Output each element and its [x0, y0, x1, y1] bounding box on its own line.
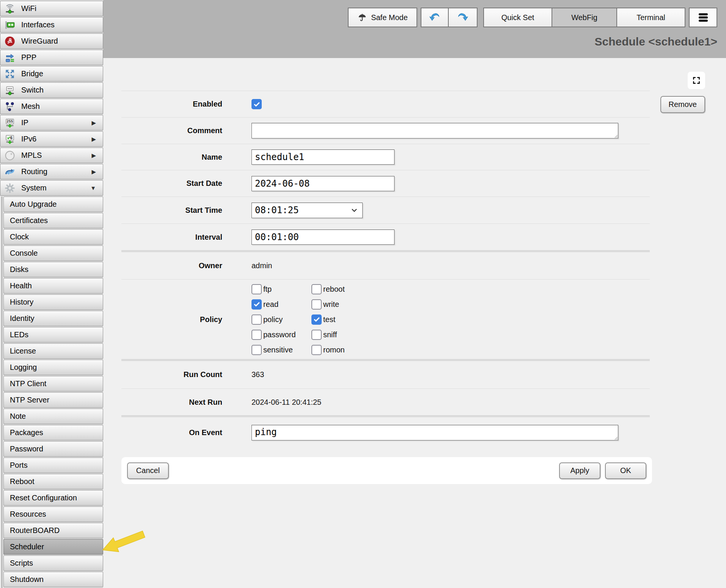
run-count-value: 363 — [251, 370, 264, 379]
system-icon — [3, 181, 17, 195]
sidebar-subitem-ports[interactable]: Ports — [3, 458, 103, 473]
sidebar-subitem-label: Reset Configuration — [10, 494, 77, 502]
sidebar-item-routing[interactable]: Routing▶ — [0, 164, 103, 179]
redo-arrow-icon — [456, 11, 469, 24]
wifi-icon — [3, 2, 17, 16]
bridge-icon — [3, 67, 17, 81]
sidebar-item-ipv6[interactable]: 6IPv6▶ — [0, 131, 103, 147]
sidebar-subitem-certificates[interactable]: Certificates — [3, 213, 103, 228]
on-event-label: On Event — [121, 428, 222, 437]
policy-option-romon: romon — [311, 345, 345, 355]
ppp-icon — [3, 51, 17, 64]
sidebar-item-ppp[interactable]: PPP — [0, 50, 103, 65]
sidebar-subitem-label: Disks — [10, 265, 28, 274]
comment-input[interactable] — [251, 123, 618, 138]
undo-button[interactable] — [421, 8, 449, 27]
hamburger-menu-icon — [696, 11, 710, 24]
tab-terminal[interactable]: Terminal — [616, 8, 685, 27]
sidebar-subitem-leds[interactable]: LEDs — [3, 327, 103, 343]
sidebar-subitem-console[interactable]: Console — [3, 245, 103, 261]
sidebar-subitem-label: Auto Upgrade — [10, 200, 57, 209]
sidebar-item-mesh[interactable]: Mesh — [0, 99, 103, 114]
policy-test-checkbox[interactable] — [311, 314, 322, 325]
sidebar-subitem-ntp-client[interactable]: NTP Client — [3, 376, 103, 391]
policy-option-label: ftp — [263, 285, 272, 294]
on-event-input[interactable]: ping — [251, 425, 618, 440]
policy-romon-checkbox[interactable] — [311, 345, 322, 355]
comment-label: Comment — [121, 126, 222, 135]
sidebar-item-interfaces[interactable]: Interfaces — [0, 17, 103, 33]
action-bar: Cancel Apply OK — [121, 457, 652, 484]
sidebar-item-bridge[interactable]: Bridge — [0, 66, 103, 82]
name-input[interactable] — [251, 149, 394, 165]
run-count-label: Run Count — [121, 370, 222, 379]
sidebar-subitem-disks[interactable]: Disks — [3, 262, 103, 277]
interval-label: Interval — [121, 233, 222, 242]
sidebar-item-label: System — [21, 184, 47, 192]
sidebar-subitem-label: Password — [10, 445, 43, 453]
tab-quick-set[interactable]: Quick Set — [483, 8, 552, 27]
redo-button[interactable] — [448, 8, 478, 27]
policy-sniff-checkbox[interactable] — [311, 330, 322, 340]
policy-policy-checkbox[interactable] — [251, 314, 262, 325]
chevron-down-icon: ▼ — [90, 185, 96, 191]
fullscreen-button[interactable] — [688, 72, 705, 89]
sidebar-subitem-ntp-server[interactable]: NTP Server — [3, 392, 103, 408]
start-date-label: Start Date — [121, 179, 222, 188]
policy-ftp-checkbox[interactable] — [251, 284, 262, 294]
sidebar-item-label: Switch — [21, 86, 44, 94]
sidebar-subitem-note[interactable]: Note — [3, 409, 103, 424]
sidebar-subitem-health[interactable]: Health — [3, 278, 103, 294]
apply-button[interactable]: Apply — [559, 462, 600, 479]
next-run-row: Next Run 2024-06-11 20:41:25 — [121, 388, 650, 415]
start-time-select[interactable]: 08:01:25 — [251, 203, 363, 218]
sidebar-subitem-logging[interactable]: Logging — [3, 360, 103, 375]
undo-arrow-icon — [428, 11, 441, 24]
policy-option-label: reboot — [323, 285, 345, 294]
start-date-input[interactable] — [251, 176, 394, 191]
interval-input[interactable] — [251, 230, 394, 245]
policy-reboot-checkbox[interactable] — [311, 284, 322, 294]
policy-option-sniff: sniff — [311, 330, 345, 340]
policy-write-checkbox[interactable] — [311, 299, 322, 310]
sidebar-subitem-shutdown[interactable]: Shutdown — [3, 572, 103, 587]
sidebar-item-wireguard[interactable]: WireGuard — [0, 33, 103, 49]
sidebar-item-ip[interactable]: 255IP▶ — [0, 115, 103, 130]
enabled-checkbox[interactable] — [251, 99, 262, 109]
start-time-label: Start Time — [121, 206, 222, 215]
sidebar-subitem-clock[interactable]: Clock — [3, 229, 103, 245]
policy-option-policy: policy — [251, 314, 311, 325]
policy-password-checkbox[interactable] — [251, 330, 262, 340]
sidebar-subitem-password[interactable]: Password — [3, 441, 103, 457]
on-event-row: On Event ping — [121, 417, 650, 448]
sidebar-item-wifi[interactable]: WiFi — [0, 1, 103, 16]
sidebar-item-switch[interactable]: Switch — [0, 82, 103, 98]
safe-mode-button[interactable]: Safe Mode — [348, 8, 417, 27]
sidebar-subitem-reboot[interactable]: Reboot — [3, 474, 103, 489]
policy-option-label: sensitive — [263, 346, 293, 354]
sidebar-subitem-license[interactable]: License — [3, 343, 103, 359]
fullscreen-icon — [691, 75, 701, 85]
sidebar-subitem-scheduler[interactable]: Scheduler — [3, 539, 103, 555]
sidebar-subitem-label: Scheduler — [10, 542, 44, 551]
schedule-form: Enabled Comment Name Start Date Start Ti — [121, 91, 650, 448]
sidebar-subitem-packages[interactable]: Packages — [3, 425, 103, 440]
policy-read-checkbox[interactable] — [251, 299, 262, 310]
sidebar-subitem-routerboard[interactable]: RouterBOARD — [3, 523, 103, 538]
policy-sensitive-checkbox[interactable] — [251, 345, 262, 355]
interfaces-icon — [3, 18, 17, 32]
remove-button[interactable]: Remove — [660, 96, 705, 113]
sidebar-subitem-auto-upgrade[interactable]: Auto Upgrade — [3, 197, 103, 212]
policy-option-test: test — [311, 314, 345, 325]
sidebar-subitem-reset-configuration[interactable]: Reset Configuration — [3, 490, 103, 506]
sidebar-subitem-identity[interactable]: Identity — [3, 311, 103, 326]
hamburger-menu-button[interactable] — [689, 8, 717, 27]
sidebar-item-system[interactable]: System▼ — [0, 180, 103, 196]
sidebar-subitem-scripts[interactable]: Scripts — [3, 555, 103, 571]
sidebar-subitem-resources[interactable]: Resources — [3, 506, 103, 522]
ok-button[interactable]: OK — [605, 462, 646, 479]
cancel-button[interactable]: Cancel — [127, 462, 169, 479]
tab-webfig[interactable]: WebFig — [552, 8, 617, 27]
sidebar-item-mpls[interactable]: MPLS▶ — [0, 148, 103, 163]
sidebar-subitem-history[interactable]: History — [3, 294, 103, 310]
